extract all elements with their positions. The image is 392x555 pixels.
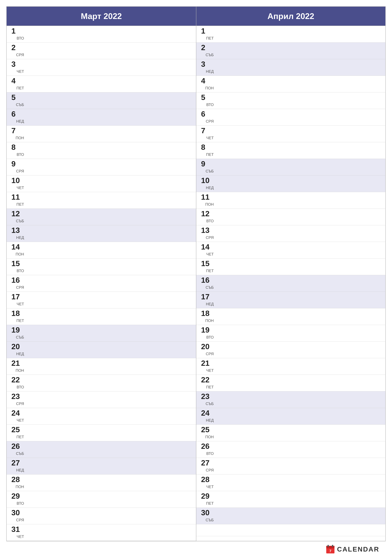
day-number: 10 — [201, 177, 214, 184]
day-content: 19 СЪБ — [11, 326, 24, 340]
day-number: 26 — [201, 443, 214, 450]
day-number: 21 — [11, 359, 24, 367]
day-content: 18 ПЕТ — [11, 310, 24, 323]
day-row: 13 НЕД — [7, 225, 196, 242]
day-name: СЪБ — [206, 169, 214, 173]
day-content: 12 ВТО — [201, 210, 214, 224]
day-content: 31 ЧЕТ — [11, 526, 24, 540]
day-name: ВТО — [17, 385, 24, 389]
day-number: 12 — [11, 210, 24, 218]
day-row: 20 СРЯ — [196, 342, 385, 358]
day-number: 1 — [201, 27, 214, 35]
day-content: 12 СЪБ — [11, 210, 24, 224]
day-number: 2 — [201, 44, 214, 51]
day-row: 10 НЕД — [196, 175, 385, 192]
day-row: 14 ЧЕТ — [196, 242, 385, 258]
day-name: СЪБ — [206, 53, 214, 57]
day-name: ВТО — [206, 102, 214, 107]
day-content: 27 СРЯ — [201, 459, 214, 473]
day-row: 28 ЧЕТ — [196, 475, 385, 491]
day-content: 15 ВТО — [11, 260, 24, 274]
day-row: 17 НЕД — [196, 292, 385, 308]
day-row: 11 ПЕТ — [7, 192, 196, 209]
day-row: 11 ПОН — [196, 192, 385, 209]
day-name: НЕД — [16, 468, 24, 472]
day-content: 9 СРЯ — [11, 160, 24, 174]
day-name: НЕД — [206, 418, 214, 423]
day-content: 21 ЧЕТ — [201, 359, 214, 373]
day-number: 26 — [11, 443, 24, 450]
day-content: 5 ВТО — [201, 94, 214, 108]
day-content: 23 СЪБ — [201, 393, 214, 407]
day-row: 4 ПЕТ — [7, 76, 196, 92]
day-name: ВТО — [17, 152, 24, 157]
day-content: 1 ВТО — [11, 27, 24, 41]
day-row: 1 ВТО — [7, 26, 196, 43]
day-row: 20 НЕД — [7, 342, 196, 358]
day-number: 9 — [201, 160, 214, 168]
day-row: 19 ВТО — [196, 325, 385, 342]
day-number: 18 — [201, 310, 214, 317]
day-content: 4 ПОН — [201, 77, 214, 91]
svg-rect-3 — [328, 545, 329, 547]
day-content: 18 ПОН — [201, 310, 214, 323]
day-row: 30 СРЯ — [7, 508, 196, 524]
day-number: 17 — [11, 293, 24, 301]
day-name: ЧЕТ — [206, 485, 214, 489]
day-content: 24 НЕД — [201, 409, 214, 423]
day-name: СЪБ — [206, 285, 214, 290]
day-name: НЕД — [206, 302, 214, 306]
day-content: 3 ЧЕТ — [11, 60, 24, 74]
day-name: ПОН — [16, 368, 24, 373]
day-row: 29 ПЕТ — [196, 491, 385, 508]
day-row: 10 ЧЕТ — [7, 175, 196, 192]
day-number: 22 — [201, 376, 214, 384]
day-content: 26 СЪБ — [11, 443, 24, 456]
day-number: 16 — [11, 276, 24, 284]
day-row: 21 ПОН — [7, 358, 196, 375]
day-number: 27 — [201, 459, 214, 467]
day-number: 22 — [11, 376, 24, 384]
day-content: 21 ПОН — [11, 359, 24, 373]
day-number: 4 — [11, 77, 24, 85]
day-number: 8 — [11, 144, 24, 151]
calendar-icon: 7 — [326, 545, 335, 554]
day-row: 2 СРЯ — [7, 43, 196, 59]
day-number: 24 — [11, 409, 24, 417]
day-name: ПЕТ — [16, 86, 24, 90]
day-row: 17 ЧЕТ — [7, 292, 196, 308]
day-name: ПОН — [205, 86, 214, 90]
day-number: 20 — [201, 343, 214, 351]
day-number: 19 — [11, 326, 24, 334]
day-row: 19 СЪБ — [7, 325, 196, 342]
day-number: 7 — [201, 127, 214, 134]
day-content: 28 ПОН — [11, 476, 24, 490]
day-name: СРЯ — [16, 518, 24, 522]
day-name: ПЕТ — [16, 435, 24, 439]
day-name: НЕД — [206, 186, 214, 190]
day-row: 24 ЧЕТ — [7, 408, 196, 425]
month2-days: 1 ПЕТ 2 СЪБ 3 НЕД 4 ПОН 5 ВТО 6 СРЯ 7 ЧЕ… — [196, 26, 385, 541]
day-number: 17 — [201, 293, 214, 301]
day-number: 29 — [201, 492, 214, 500]
day-content: 20 НЕД — [11, 343, 24, 357]
day-content: 25 ПОН — [201, 426, 214, 440]
day-number: 20 — [11, 343, 24, 351]
day-row: 27 СРЯ — [196, 458, 385, 475]
month1-header: Март 2022 — [7, 7, 196, 26]
day-content: 25 ПЕТ — [11, 426, 24, 440]
day-row: 14 ПОН — [7, 242, 196, 258]
day-row: 18 ПОН — [196, 308, 385, 325]
day-row: 9 СЪБ — [196, 159, 385, 175]
day-row: 23 СЪБ — [196, 391, 385, 408]
day-name: ЧЕТ — [17, 534, 24, 539]
day-name: СЪБ — [16, 219, 24, 223]
day-content: 26 ВТО — [201, 443, 214, 456]
day-content: 22 ПЕТ — [201, 376, 214, 390]
day-name: ПОН — [16, 252, 24, 256]
day-name: СРЯ — [16, 402, 24, 406]
day-content: 23 СРЯ — [11, 393, 24, 407]
day-name: ПЕТ — [206, 385, 214, 389]
day-row: 15 ПЕТ — [196, 258, 385, 275]
day-number: 31 — [11, 526, 24, 533]
